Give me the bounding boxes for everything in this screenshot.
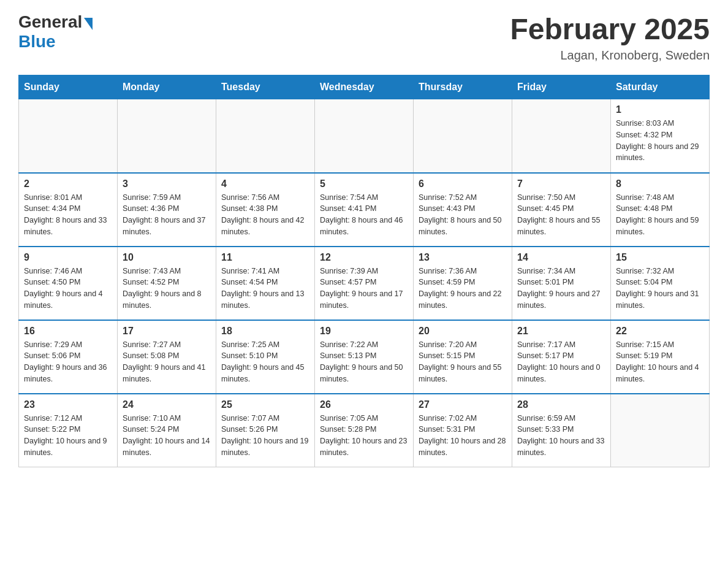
- day-number: 26: [320, 399, 408, 410]
- day-number: 7: [517, 178, 605, 190]
- day-number: 28: [517, 399, 605, 410]
- day-info: Sunrise: 7:12 AMSunset: 5:22 PMDaylight:…: [24, 413, 112, 459]
- calendar-week-row: 16Sunrise: 7:29 AMSunset: 5:06 PMDayligh…: [19, 320, 710, 394]
- weekday-header-saturday: Saturday: [611, 75, 710, 99]
- day-info: Sunrise: 7:54 AMSunset: 4:41 PMDaylight:…: [320, 192, 408, 238]
- day-number: 23: [24, 399, 112, 410]
- day-number: 1: [616, 104, 704, 115]
- day-number: 10: [123, 252, 211, 263]
- weekday-header-tuesday: Tuesday: [216, 75, 315, 99]
- calendar-day-cell: 28Sunrise: 6:59 AMSunset: 5:33 PMDayligh…: [512, 394, 611, 467]
- calendar-day-cell: 2Sunrise: 8:01 AMSunset: 4:34 PMDaylight…: [19, 173, 118, 247]
- day-number: 5: [320, 178, 408, 190]
- day-info: Sunrise: 7:36 AMSunset: 4:59 PMDaylight:…: [419, 266, 507, 312]
- calendar-day-cell: 26Sunrise: 7:05 AMSunset: 5:28 PMDayligh…: [315, 394, 414, 467]
- calendar-day-cell: [315, 99, 414, 173]
- calendar-day-cell: [414, 99, 512, 173]
- calendar-week-row: 2Sunrise: 8:01 AMSunset: 4:34 PMDaylight…: [19, 173, 710, 247]
- calendar-day-cell: 23Sunrise: 7:12 AMSunset: 5:22 PMDayligh…: [19, 394, 118, 467]
- day-number: 16: [24, 326, 112, 337]
- day-number: 11: [221, 252, 309, 263]
- calendar-day-cell: 4Sunrise: 7:56 AMSunset: 4:38 PMDaylight…: [216, 173, 315, 247]
- day-number: 14: [517, 252, 605, 263]
- calendar-day-cell: [19, 99, 118, 173]
- day-info: Sunrise: 6:59 AMSunset: 5:33 PMDaylight:…: [517, 413, 605, 459]
- day-info: Sunrise: 8:03 AMSunset: 4:32 PMDaylight:…: [616, 118, 704, 164]
- weekday-header-row: SundayMondayTuesdayWednesdayThursdayFrid…: [19, 75, 710, 99]
- day-info: Sunrise: 7:43 AMSunset: 4:52 PMDaylight:…: [123, 266, 211, 312]
- weekday-header-thursday: Thursday: [414, 75, 512, 99]
- calendar-day-cell: 22Sunrise: 7:15 AMSunset: 5:19 PMDayligh…: [611, 320, 710, 394]
- day-info: Sunrise: 7:20 AMSunset: 5:15 PMDaylight:…: [419, 339, 507, 385]
- calendar-day-cell: 5Sunrise: 7:54 AMSunset: 4:41 PMDaylight…: [315, 173, 414, 247]
- calendar-day-cell: 8Sunrise: 7:48 AMSunset: 4:48 PMDaylight…: [611, 173, 710, 247]
- calendar-table: SundayMondayTuesdayWednesdayThursdayFrid…: [18, 75, 710, 467]
- day-info: Sunrise: 7:22 AMSunset: 5:13 PMDaylight:…: [320, 339, 408, 385]
- calendar-day-cell: 16Sunrise: 7:29 AMSunset: 5:06 PMDayligh…: [19, 320, 118, 394]
- day-info: Sunrise: 7:29 AMSunset: 5:06 PMDaylight:…: [24, 339, 112, 385]
- calendar-day-cell: 24Sunrise: 7:10 AMSunset: 5:24 PMDayligh…: [118, 394, 216, 467]
- calendar-day-cell: 19Sunrise: 7:22 AMSunset: 5:13 PMDayligh…: [315, 320, 414, 394]
- day-info: Sunrise: 7:41 AMSunset: 4:54 PMDaylight:…: [221, 266, 309, 312]
- day-info: Sunrise: 7:39 AMSunset: 4:57 PMDaylight:…: [320, 266, 408, 312]
- day-number: 15: [616, 252, 704, 263]
- day-number: 13: [419, 252, 507, 263]
- calendar-day-cell: 7Sunrise: 7:50 AMSunset: 4:45 PMDaylight…: [512, 173, 611, 247]
- day-info: Sunrise: 7:46 AMSunset: 4:50 PMDaylight:…: [24, 266, 112, 312]
- day-number: 18: [221, 326, 309, 337]
- calendar-day-cell: 6Sunrise: 7:52 AMSunset: 4:43 PMDaylight…: [414, 173, 512, 247]
- day-number: 20: [419, 326, 507, 337]
- day-info: Sunrise: 7:05 AMSunset: 5:28 PMDaylight:…: [320, 413, 408, 459]
- calendar-day-cell: [611, 394, 710, 467]
- calendar-day-cell: 13Sunrise: 7:36 AMSunset: 4:59 PMDayligh…: [414, 247, 512, 320]
- calendar-week-row: 1Sunrise: 8:03 AMSunset: 4:32 PMDaylight…: [19, 99, 710, 173]
- day-number: 6: [419, 178, 507, 190]
- title-area: February 2025 Lagan, Kronoberg, Sweden: [510, 12, 710, 63]
- logo-general-text: General: [18, 12, 82, 32]
- day-info: Sunrise: 7:34 AMSunset: 5:01 PMDaylight:…: [517, 266, 605, 312]
- day-number: 27: [419, 399, 507, 410]
- day-number: 4: [221, 178, 309, 190]
- logo-blue-text: Blue: [18, 32, 56, 52]
- day-info: Sunrise: 7:15 AMSunset: 5:19 PMDaylight:…: [616, 339, 704, 385]
- day-number: 19: [320, 326, 408, 337]
- day-number: 24: [123, 399, 211, 410]
- day-info: Sunrise: 7:56 AMSunset: 4:38 PMDaylight:…: [221, 192, 309, 238]
- month-title: February 2025: [510, 12, 710, 46]
- day-number: 25: [221, 399, 309, 410]
- day-info: Sunrise: 7:25 AMSunset: 5:10 PMDaylight:…: [221, 339, 309, 385]
- calendar-week-row: 23Sunrise: 7:12 AMSunset: 5:22 PMDayligh…: [19, 394, 710, 467]
- day-info: Sunrise: 7:10 AMSunset: 5:24 PMDaylight:…: [123, 413, 211, 459]
- day-number: 12: [320, 252, 408, 263]
- day-info: Sunrise: 7:52 AMSunset: 4:43 PMDaylight:…: [419, 192, 507, 238]
- day-info: Sunrise: 8:01 AMSunset: 4:34 PMDaylight:…: [24, 192, 112, 238]
- calendar-week-row: 9Sunrise: 7:46 AMSunset: 4:50 PMDaylight…: [19, 247, 710, 320]
- day-info: Sunrise: 7:02 AMSunset: 5:31 PMDaylight:…: [419, 413, 507, 459]
- calendar-day-cell: 12Sunrise: 7:39 AMSunset: 4:57 PMDayligh…: [315, 247, 414, 320]
- weekday-header-monday: Monday: [118, 75, 216, 99]
- day-number: 3: [123, 178, 211, 190]
- calendar-day-cell: 17Sunrise: 7:27 AMSunset: 5:08 PMDayligh…: [118, 320, 216, 394]
- page-header: General Blue February 2025 Lagan, Kronob…: [18, 12, 710, 63]
- calendar-day-cell: 27Sunrise: 7:02 AMSunset: 5:31 PMDayligh…: [414, 394, 512, 467]
- logo-arrow-icon: [84, 18, 93, 30]
- calendar-day-cell: 9Sunrise: 7:46 AMSunset: 4:50 PMDaylight…: [19, 247, 118, 320]
- location-label: Lagan, Kronoberg, Sweden: [510, 48, 710, 63]
- day-number: 2: [24, 178, 112, 190]
- calendar-day-cell: 20Sunrise: 7:20 AMSunset: 5:15 PMDayligh…: [414, 320, 512, 394]
- day-info: Sunrise: 7:27 AMSunset: 5:08 PMDaylight:…: [123, 339, 211, 385]
- calendar-day-cell: 3Sunrise: 7:59 AMSunset: 4:36 PMDaylight…: [118, 173, 216, 247]
- calendar-day-cell: 15Sunrise: 7:32 AMSunset: 5:04 PMDayligh…: [611, 247, 710, 320]
- calendar-day-cell: 1Sunrise: 8:03 AMSunset: 4:32 PMDaylight…: [611, 99, 710, 173]
- day-info: Sunrise: 7:17 AMSunset: 5:17 PMDaylight:…: [517, 339, 605, 385]
- weekday-header-friday: Friday: [512, 75, 611, 99]
- calendar-day-cell: 18Sunrise: 7:25 AMSunset: 5:10 PMDayligh…: [216, 320, 315, 394]
- calendar-day-cell: 25Sunrise: 7:07 AMSunset: 5:26 PMDayligh…: [216, 394, 315, 467]
- logo: General Blue: [18, 12, 93, 52]
- weekday-header-wednesday: Wednesday: [315, 75, 414, 99]
- day-info: Sunrise: 7:59 AMSunset: 4:36 PMDaylight:…: [123, 192, 211, 238]
- day-number: 17: [123, 326, 211, 337]
- day-info: Sunrise: 7:48 AMSunset: 4:48 PMDaylight:…: [616, 192, 704, 238]
- calendar-day-cell: 21Sunrise: 7:17 AMSunset: 5:17 PMDayligh…: [512, 320, 611, 394]
- day-number: 22: [616, 326, 704, 337]
